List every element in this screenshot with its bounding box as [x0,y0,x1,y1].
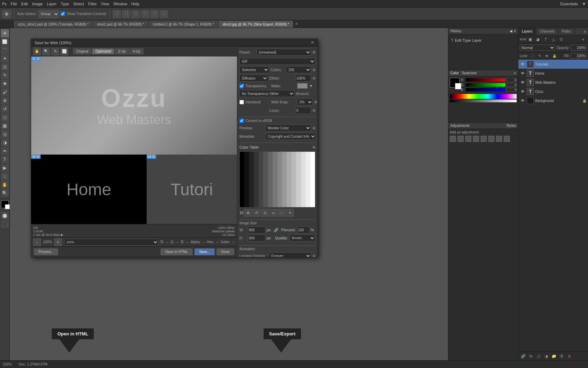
dialog-zoom-btn[interactable]: 🔍 [42,48,50,55]
dialog-eyedrop-btn[interactable]: ✎ [51,48,59,55]
filter-shape-btn[interactable]: △ [550,36,557,42]
blur-tool[interactable]: ◎ [1,130,9,138]
blend-mode-select[interactable]: Normal Multiply Screen [520,45,555,51]
tab-close-3[interactable]: ✕ [295,22,298,26]
web-snap-select[interactable]: 0% 10% [297,98,313,105]
clone-tool[interactable]: ⊕ [1,97,9,104]
color-menu-btn[interactable]: ≡ [514,71,516,75]
b-input[interactable] [506,88,517,92]
quick-mask-btn[interactable]: ⬤ [1,212,9,219]
websnap-options-btn[interactable]: ≡ [314,99,317,105]
view-tab-2up[interactable]: 2-Up [115,48,129,54]
layer-tutorials-eye[interactable]: 👁 [520,62,525,66]
ct-btn6[interactable]: ✕ [286,209,294,217]
colors-options-btn[interactable]: ≡ [313,67,315,73]
history-expand-btn[interactable]: ◀ [510,29,512,33]
path-select-tool[interactable]: ▶ [1,164,9,172]
menu-edit[interactable]: Edit [21,2,28,6]
swatch-12[interactable] [296,152,301,207]
adj-icon-3[interactable] [465,136,471,142]
align-middle-btn[interactable]: ⬚ [150,10,159,18]
layer-home[interactable]: 👁 T Home [518,69,588,78]
layer-delete-btn[interactable]: 🗑 [566,353,573,359]
open-html-btn[interactable]: Open in HTML [161,248,192,255]
adj-icon-2[interactable] [457,136,464,142]
preview-options-btn[interactable]: ≡ [313,125,315,131]
adj-icon-5[interactable] [481,136,487,142]
preview-btn[interactable]: Preview... [34,248,58,255]
hand-tool[interactable]: ✋ [1,181,9,189]
matte-dropdown[interactable]: ▼ [309,84,313,88]
layer-group-btn[interactable]: 📁 [551,353,558,359]
swatch-5[interactable] [263,152,268,207]
marquee-tool[interactable]: ⬜ [1,38,9,46]
swatch-3[interactable] [254,152,258,207]
preview-select[interactable]: Monitor Color [265,124,311,131]
tab-3[interactable]: slice3.jpg @ 66.7% (Slice Export, RGB/8)… [219,21,293,28]
dither-options-btn[interactable]: ≡ [313,75,315,81]
bg-color-swatch[interactable] [455,83,461,89]
layer-link-btn[interactable]: 🔗 [520,353,527,359]
align-bottom-btn[interactable]: ⬚ [160,10,168,18]
diffusion-select[interactable]: Diffusion Pattern Noise [239,75,268,82]
tab-2[interactable]: Untitled-2 @ 66.7% (Shape 1, RGB/8) * [149,21,218,28]
ct-btn3[interactable]: ◎ [261,209,269,217]
paths-tab[interactable]: Paths [558,28,575,35]
layer-webmasters[interactable]: 👁 T Web Masters [518,78,588,87]
menu-ps[interactable]: Ps [2,2,7,6]
align-center-btn[interactable]: ⬚ [122,10,130,18]
tab-0[interactable]: ozzu_slice1.psd @ 100% (Tutorials, RGB/8… [14,21,92,28]
ct-btn4[interactable]: ⊿ [270,209,277,217]
pen-tool[interactable]: ✒ [1,147,9,155]
color-table-options-btn[interactable]: ≡ [313,144,315,150]
transparency-checkbox[interactable] [239,84,244,88]
color-tab[interactable]: Color [450,71,459,75]
link-wh-btn[interactable]: 🔗 [274,228,279,232]
foreground-color[interactable] [1,200,9,208]
lasso-tool[interactable]: ⌒ [1,46,9,54]
adj-icon-1[interactable] [450,136,456,142]
opacity-input[interactable] [571,45,587,51]
r-input[interactable] [506,78,517,82]
layer-mask-btn[interactable]: ◻ [535,353,542,359]
essentials-dropdown[interactable]: Essentials [560,2,578,6]
dialog-toggle-btn[interactable]: ⬜ [61,48,68,55]
layers-tab[interactable]: Layers [518,28,536,35]
menu-image[interactable]: Image [32,2,43,6]
layer-background[interactable]: 👁 Background 🔒 [518,96,588,105]
swatch-9[interactable] [282,152,287,207]
adj-icon-7[interactable] [496,136,502,142]
channels-tab[interactable]: Channels [536,28,558,35]
view-tab-4up[interactable]: 4-Up [130,48,144,54]
fg-color-swatch[interactable] [450,78,460,88]
zoom-in-btn[interactable]: + [54,238,62,246]
layer-adjustment-btn[interactable]: ◑ [543,353,550,359]
swatch-0[interactable] [240,152,244,207]
color-brightness-bar[interactable] [450,100,517,102]
brush-tool[interactable]: 🖌 [1,88,9,96]
swatch-7[interactable] [273,152,277,207]
dialog-close-btn[interactable]: ✕ [311,40,314,45]
interlaced-checkbox[interactable] [239,100,244,104]
color-spectrum-bar[interactable] [450,94,517,99]
menu-view[interactable]: View [101,2,110,6]
format-select[interactable]: GIF JPEG PNG-8 PNG-24 [239,58,315,65]
swatch-2[interactable] [249,152,254,207]
save-btn[interactable]: Save... [195,248,215,255]
layer-webmasters-eye[interactable]: 👁 [520,80,525,84]
move-tool-btn[interactable]: ✜ [2,10,11,18]
ct-btn1[interactable]: ⊞ [244,209,252,217]
shape-tool[interactable]: □ [1,172,9,180]
percent-input[interactable] [297,226,309,233]
view-tab-optimized[interactable]: Optimized [92,48,114,54]
menu-window[interactable]: Window [113,2,127,6]
layer-ozzu-eye[interactable]: 👁 [520,89,525,94]
lock-all-btn[interactable]: 🔒 [551,53,558,59]
convert-srgb-checkbox[interactable] [239,118,244,123]
auto-select-dropdown[interactable]: Group Layer [38,10,59,18]
metadata-select[interactable]: Copyright and Contact Info None All [265,133,316,140]
swatches-tab[interactable]: Swatches [462,71,477,75]
no-trans-dither-select[interactable]: No Transparency Dither Diffusion Transpa… [239,90,295,97]
looping-options-btn[interactable]: ≡ [313,253,315,257]
tab-1[interactable]: slice2.psd @ 66.7% (RGB/8) * [93,21,148,28]
